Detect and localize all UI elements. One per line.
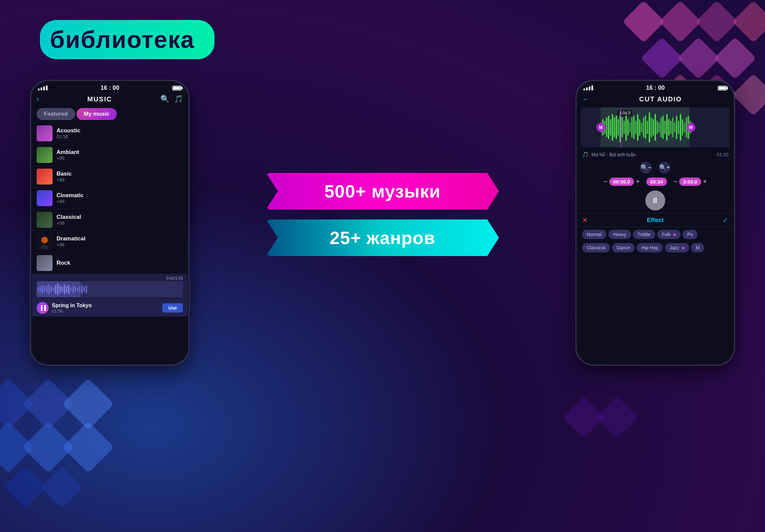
battery-icon — [172, 86, 182, 90]
search-icon[interactable]: 🔍 — [160, 95, 169, 103]
center-badges: 500+ музыки 25+ жанров — [266, 173, 499, 256]
list-item[interactable]: Ambiant +99 — [32, 144, 188, 166]
use-button[interactable]: Use — [162, 303, 183, 312]
effect-normal[interactable]: Normal — [582, 230, 606, 239]
effect-treble[interactable]: Treble — [633, 230, 655, 239]
effect-chips-row1: Normal Heavy Treble Folk Po — [577, 227, 733, 242]
effect-chips-row2: Classical Dance Hip Hop Jazz M — [577, 242, 733, 255]
effect-m[interactable]: M — [691, 243, 704, 253]
music-count: +99 — [57, 199, 183, 204]
jazz-dot — [682, 247, 684, 250]
effect-pop[interactable]: Po — [682, 230, 697, 239]
header-pill: библиотека — [40, 20, 215, 59]
thumb-cinematic — [37, 190, 53, 206]
list-item[interactable]: Cinematic +99 — [32, 188, 188, 209]
phone2-screen: 16 : 00 ← CUT AUDIO 1:04.5 — [577, 82, 733, 364]
cut-audio-nav: ← CUT AUDIO — [577, 93, 733, 105]
start-time-control: − 00:50.0 + — [604, 178, 640, 186]
svg-rect-23 — [81, 284, 83, 294]
music-list: Acoustic 01:56 Ambiant +99 — [32, 123, 188, 316]
music-count: +99 — [57, 156, 183, 161]
music-info: Ambiant +99 — [57, 149, 183, 161]
effect-folk[interactable]: Folk — [657, 230, 680, 239]
music-name: Cinematic — [57, 192, 183, 199]
effect-title: Effect — [588, 217, 723, 224]
tab-featured[interactable]: Featured — [37, 108, 75, 120]
list-item[interactable]: Dramatical +99 — [32, 231, 188, 253]
effect-jazz[interactable]: Jazz — [665, 243, 689, 253]
header: библиотека — [40, 20, 215, 59]
svg-rect-24 — [84, 286, 85, 292]
music-count-badge: 500+ музыки — [266, 173, 499, 210]
zoom-controls: 🔍− 🔍+ — [577, 160, 733, 176]
effect-confirm-button[interactable]: ✓ — [723, 216, 728, 224]
music-info: Rock — [57, 260, 183, 266]
effect-hiphop[interactable]: Hip Hop — [637, 243, 663, 253]
music-info: Dramatical +99 — [57, 236, 183, 248]
page-title: библиотека — [50, 26, 195, 53]
dramatical-art — [37, 234, 53, 250]
genre-count-text: 25+ жанров — [330, 228, 435, 248]
tabs: Featured My music — [32, 105, 188, 123]
phone1-container: 16 : 00 ‹ MUSIC 🔍 🎵 Featured — [30, 80, 190, 366]
music-name: Acoustic — [57, 127, 183, 134]
thumb-basic — [37, 169, 53, 185]
waveform-cursor — [621, 107, 621, 147]
list-item[interactable]: Acoustic 01:56 — [32, 123, 188, 144]
end-time-minus[interactable]: − — [673, 178, 677, 185]
start-time-minus[interactable]: − — [604, 178, 607, 185]
play-pause-button[interactable]: ▐▐ — [37, 302, 49, 314]
waveform-progress — [37, 281, 81, 297]
zoom-in-button[interactable]: 🔍+ — [659, 162, 670, 174]
effect-cancel-button[interactable]: ✕ — [582, 216, 588, 224]
thumb-classical — [37, 212, 53, 228]
start-time-plus[interactable]: + — [636, 178, 640, 185]
cut-audio-title: CUT AUDIO — [593, 95, 728, 103]
time-controls: − 00:50.0 + 03:34 − 3:03.0 + — [577, 176, 733, 188]
signal-icon — [38, 86, 48, 90]
zoom-out-button[interactable]: 🔍− — [640, 162, 652, 174]
back-button[interactable]: ‹ — [37, 95, 39, 103]
phone2-status-bar: 16 : 00 — [577, 82, 733, 93]
music-info: Cinematic +99 — [57, 192, 183, 204]
genre-count-badge: 25+ жанров — [266, 220, 499, 256]
tab-mymusic[interactable]: My music — [77, 108, 117, 120]
progress-time: 0:42/1:53 — [37, 276, 183, 280]
now-playing-time: 01:56 — [52, 308, 159, 313]
music-name: Dramatical — [57, 236, 183, 242]
effect-heavy[interactable]: Heavy — [608, 230, 631, 239]
music-count: +99 — [57, 177, 183, 183]
music-name: Rock — [57, 260, 183, 266]
end-time-value[interactable]: 3:03.0 — [679, 178, 701, 186]
effect-bar: ✕ Effect ✓ — [577, 213, 733, 227]
thumb-ambiant — [37, 147, 53, 163]
effect-dance[interactable]: Dance — [612, 243, 635, 253]
music-count-text: 500+ музыки — [324, 181, 440, 202]
svg-rect-25 — [86, 285, 87, 293]
now-playing[interactable]: ▐▐ Spring in Tokyo 01:56 Use — [32, 299, 188, 316]
waveform-selection — [601, 107, 690, 147]
list-item[interactable]: Basic +99 — [32, 166, 188, 188]
start-time-value[interactable]: 00:50.0 — [609, 178, 634, 186]
thumb-acoustic — [37, 125, 53, 141]
list-item[interactable]: Rock — [32, 253, 188, 274]
music-info: Acoustic 01:56 — [57, 127, 183, 139]
signal-icon — [583, 86, 593, 90]
list-item[interactable]: Classical +99 — [32, 209, 188, 231]
phone1: 16 : 00 ‹ MUSIC 🔍 🎵 Featured — [30, 80, 190, 366]
music-info: Classical +99 — [57, 214, 183, 226]
track-duration: 01:20 — [717, 152, 728, 157]
back-button[interactable]: ← — [582, 95, 589, 103]
effect-classical[interactable]: Classical — [582, 243, 610, 253]
status-time: 16 : 00 — [100, 85, 119, 91]
pause-button[interactable]: ⏸ — [645, 191, 665, 211]
music-name: Classical — [57, 214, 183, 221]
end-time-plus[interactable]: + — [703, 178, 707, 185]
status-time: 16 : 00 — [646, 85, 665, 91]
phone2: 16 : 00 ← CUT AUDIO 1:04.5 — [575, 80, 735, 366]
playlist-icon[interactable]: 🎵 — [174, 95, 183, 103]
mid-time-value: 03:34 — [646, 178, 667, 186]
folk-dot — [673, 234, 676, 236]
music-note-icon: 🎵 — [582, 151, 589, 158]
music-name: Basic — [57, 171, 183, 177]
